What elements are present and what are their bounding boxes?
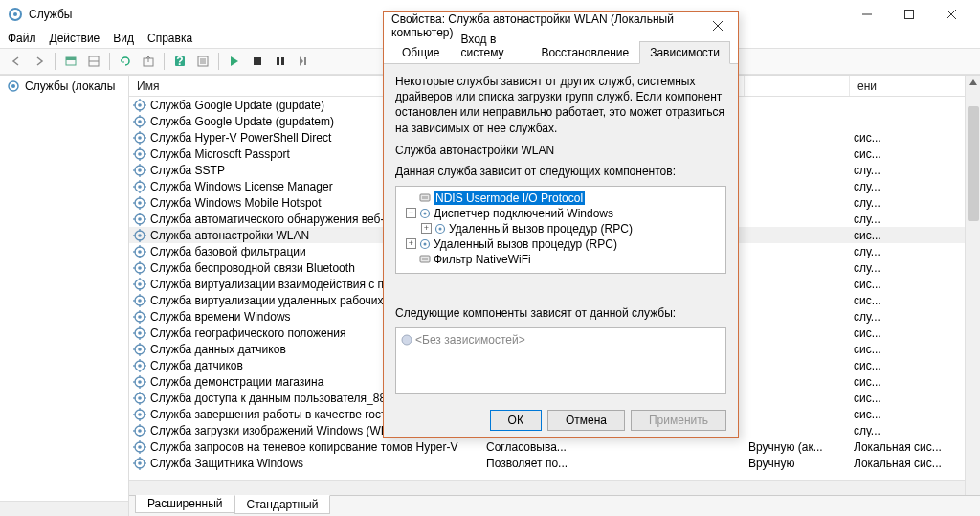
svg-point-54 xyxy=(138,185,142,189)
restart-button[interactable] xyxy=(293,51,314,72)
tree-item[interactable]: NDIS Usermode I/O Protocol xyxy=(400,191,722,206)
apply-button[interactable]: Применить xyxy=(631,410,726,431)
svg-point-24 xyxy=(138,103,142,107)
sidebar: Службы (локалы xyxy=(0,76,129,516)
properties-button[interactable] xyxy=(192,51,213,72)
close-button[interactable] xyxy=(930,0,972,29)
menu-action[interactable]: Действие xyxy=(50,32,100,45)
svg-point-138 xyxy=(138,413,142,416)
sidebar-label: Службы (локалы xyxy=(25,79,115,93)
pause-button[interactable] xyxy=(270,51,291,72)
svg-point-114 xyxy=(138,348,142,351)
col-start[interactable] xyxy=(745,76,850,96)
dialog-title: Свойства: Служба автонастройки WLAN (Лок… xyxy=(391,12,705,39)
tree-expander[interactable]: + xyxy=(421,223,432,234)
svg-point-132 xyxy=(138,396,142,400)
tree-item[interactable]: +Удаленный вызов процедур (RPC) xyxy=(400,236,722,252)
sidebar-item-services[interactable]: Службы (локалы xyxy=(0,76,128,97)
dependents-tree[interactable]: <Без зависимостей> xyxy=(395,327,726,394)
tab-recovery[interactable]: Восстановление xyxy=(530,41,639,63)
svg-point-102 xyxy=(138,315,142,319)
refresh-button[interactable] xyxy=(115,51,136,72)
tab-extended[interactable]: Расширенный xyxy=(135,495,235,513)
svg-point-84 xyxy=(138,266,142,270)
service-name-label: Служба автонастройки WLAN xyxy=(395,144,726,157)
dependents-label: Следующие компоненты зависят от данной с… xyxy=(395,306,726,320)
tab-dependencies[interactable]: Зависимости xyxy=(639,41,730,64)
service-row[interactable]: Служба запросов на теневое копирование т… xyxy=(129,438,965,455)
minimize-button[interactable] xyxy=(846,0,888,29)
depends-on-label: Данная служба зависит от следующих компо… xyxy=(395,165,726,178)
svg-point-22 xyxy=(11,84,15,88)
start-button[interactable] xyxy=(224,51,245,72)
tab-standard[interactable]: Стандартный xyxy=(234,495,331,514)
svg-point-30 xyxy=(138,120,142,123)
ok-button[interactable]: ОК xyxy=(490,410,542,431)
tree-item[interactable]: +Удаленный вызов процедур (RPC) xyxy=(400,221,722,236)
tab-general[interactable]: Общие xyxy=(391,41,450,63)
svg-rect-18 xyxy=(277,57,279,65)
svg-point-126 xyxy=(138,380,142,384)
svg-point-42 xyxy=(138,152,142,156)
component-icon xyxy=(400,333,413,347)
svg-point-150 xyxy=(138,445,142,449)
cancel-button[interactable]: Отмена xyxy=(547,410,625,431)
menu-view[interactable]: Вид xyxy=(113,32,134,45)
svg-point-120 xyxy=(138,364,142,368)
svg-point-108 xyxy=(138,331,142,335)
help-button[interactable]: ? xyxy=(169,51,190,72)
tab-logon[interactable]: Вход в систему xyxy=(450,28,530,63)
dialog-close-button[interactable] xyxy=(705,16,730,35)
svg-point-170 xyxy=(424,242,427,245)
svg-point-48 xyxy=(138,168,142,172)
maximize-button[interactable] xyxy=(888,0,930,29)
tree-expander[interactable]: − xyxy=(406,208,416,218)
toolbar-btn-1[interactable] xyxy=(60,51,81,72)
svg-point-168 xyxy=(439,227,442,230)
svg-rect-164 xyxy=(422,196,428,199)
svg-point-66 xyxy=(138,217,142,221)
view-tabs: Расширенный Стандартный xyxy=(129,495,980,516)
svg-rect-3 xyxy=(905,11,914,19)
svg-point-90 xyxy=(138,282,142,286)
menu-file[interactable]: Файл xyxy=(8,32,36,45)
stop-button[interactable] xyxy=(247,51,268,72)
svg-point-166 xyxy=(424,212,427,214)
export-button[interactable] xyxy=(138,51,159,72)
list-hscroll[interactable] xyxy=(129,480,965,495)
svg-rect-17 xyxy=(254,57,261,65)
svg-rect-20 xyxy=(304,57,306,65)
svg-text:?: ? xyxy=(176,55,183,68)
tree-item[interactable]: −Диспетчер подключений Windows xyxy=(400,206,722,221)
properties-dialog: Свойства: Служба автонастройки WLAN (Лок… xyxy=(383,11,739,438)
svg-point-156 xyxy=(138,461,142,465)
svg-point-144 xyxy=(138,429,142,433)
dialog-description: Некоторые службы зависят от других служб… xyxy=(395,74,726,136)
forward-button[interactable] xyxy=(29,51,50,72)
depends-on-tree[interactable]: NDIS Usermode I/O Protocol−Диспетчер под… xyxy=(395,186,726,274)
svg-point-60 xyxy=(138,201,142,205)
no-dependencies-text: <Без зависимостей> xyxy=(415,333,525,347)
vscrollbar[interactable] xyxy=(965,76,980,495)
svg-point-1 xyxy=(13,12,17,16)
svg-point-173 xyxy=(402,335,412,345)
svg-point-96 xyxy=(138,299,142,303)
tree-item[interactable]: Фильтр NativeWiFi xyxy=(400,252,722,267)
gear-icon xyxy=(6,79,21,94)
svg-rect-7 xyxy=(66,57,76,60)
svg-point-36 xyxy=(138,136,142,140)
menu-help[interactable]: Справка xyxy=(147,32,192,45)
tree-expander[interactable]: + xyxy=(406,238,416,249)
sidebar-hscroll[interactable] xyxy=(0,501,128,516)
app-icon xyxy=(8,7,23,22)
service-row[interactable]: Служба Защитника WindowsПозволяет по...В… xyxy=(129,455,965,471)
svg-point-72 xyxy=(138,234,142,237)
svg-rect-19 xyxy=(281,57,284,65)
svg-point-78 xyxy=(138,250,142,254)
back-button[interactable] xyxy=(6,51,27,72)
svg-rect-172 xyxy=(422,258,428,260)
toolbar-btn-2[interactable] xyxy=(83,51,104,72)
col-login[interactable]: ени xyxy=(850,76,965,96)
